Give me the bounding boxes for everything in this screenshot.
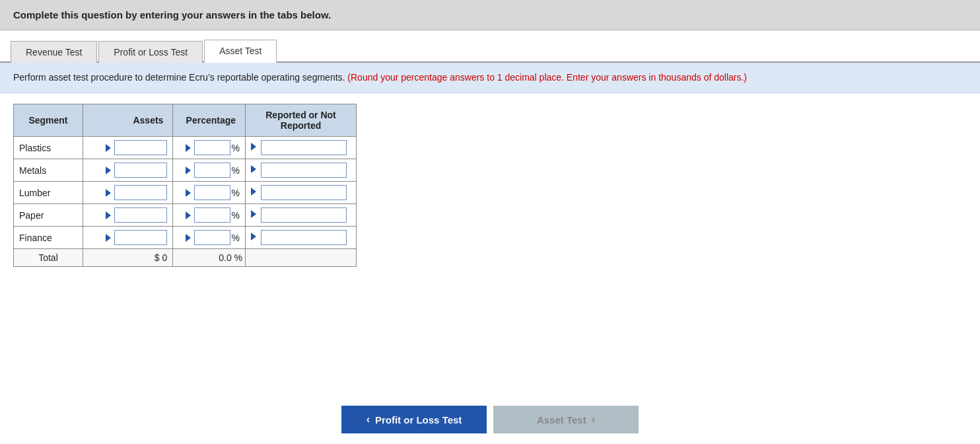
reported-input-finance[interactable] [261, 230, 347, 245]
pct-cell-lumber: % [173, 182, 246, 204]
total-reported-cell [246, 249, 357, 267]
col-header-reported: Reported or Not Reported [246, 104, 357, 137]
pct-input-paper[interactable] [194, 207, 230, 223]
asset-table: Segment Assets Percentage Reported or No… [13, 104, 357, 267]
reported-input-lumber[interactable] [261, 185, 347, 200]
triangle-icon [251, 143, 256, 151]
triangle-icon [251, 233, 256, 240]
table-row: Plastics % [14, 137, 357, 159]
pct-input-metals[interactable] [194, 163, 230, 178]
triangle-icon [106, 144, 111, 152]
triangle-icon [106, 166, 111, 174]
total-assets-cell: $ 0 [83, 249, 172, 267]
next-button: Asset Test › [493, 406, 639, 433]
col-header-pct: Percentage [173, 104, 246, 137]
instruction-bar: Complete this question by entering your … [0, 0, 980, 30]
triangle-icon [106, 211, 111, 219]
pct-cell-paper: % [173, 204, 246, 227]
next-label: Asset Test [537, 414, 586, 426]
col-header-segment: Segment [14, 104, 83, 137]
assets-cell-paper [83, 204, 172, 227]
segment-cell: Finance [14, 227, 83, 249]
assets-cell-metals [83, 159, 172, 182]
instruction-text: Complete this question by entering your … [13, 9, 331, 20]
assets-input-finance[interactable] [114, 230, 167, 245]
prev-arrow: ‹ [367, 414, 370, 426]
table-row: Lumber % [14, 182, 357, 204]
pct-symbol: % [232, 233, 240, 243]
page-wrapper: Complete this question by entering your … [0, 0, 980, 444]
tab-asset[interactable]: Asset Test [204, 40, 277, 63]
tab-profit-loss-label: Profit or Loss Test [114, 47, 188, 57]
pct-symbol: % [232, 210, 240, 221]
col-header-assets: Assets [83, 104, 172, 137]
info-red-text: (Round your percentage answers to 1 deci… [347, 72, 747, 83]
reported-input-plastics[interactable] [261, 140, 347, 155]
total-pct-unit: % [234, 252, 242, 263]
triangle-icon [186, 234, 191, 242]
info-banner: Perform asset test procedure to determin… [0, 63, 980, 93]
pct-symbol: % [232, 165, 240, 176]
reported-cell-paper [246, 204, 357, 227]
assets-input-plastics[interactable] [114, 140, 167, 155]
bottom-nav: ‹ Profit or Loss Test Asset Test › [0, 392, 980, 444]
assets-input-metals[interactable] [114, 163, 167, 178]
total-label: Total [14, 249, 83, 267]
tab-asset-label: Asset Test [219, 46, 262, 56]
prev-button[interactable]: ‹ Profit or Loss Test [341, 406, 487, 433]
assets-cell-finance [83, 227, 172, 249]
pct-input-finance[interactable] [194, 230, 230, 245]
triangle-icon [186, 166, 191, 174]
pct-cell-finance: % [173, 227, 246, 249]
tab-revenue-label: Revenue Test [26, 47, 82, 57]
reported-cell-finance [246, 227, 357, 249]
pct-input-plastics[interactable] [194, 140, 230, 155]
assets-input-lumber[interactable] [114, 185, 167, 200]
reported-cell-plastics [246, 137, 357, 159]
info-static-text: Perform asset test procedure to determin… [13, 72, 345, 83]
tab-revenue[interactable]: Revenue Test [11, 41, 97, 63]
total-pct-cell: 0.0 % [173, 249, 246, 267]
next-arrow: › [592, 414, 595, 426]
triangle-icon [186, 189, 191, 197]
segment-cell: Plastics [14, 137, 83, 159]
segment-cell: Paper [14, 204, 83, 227]
table-row: Paper % [14, 204, 357, 227]
pct-symbol: % [232, 188, 240, 198]
reported-cell-metals [246, 159, 357, 182]
triangle-icon [106, 189, 111, 197]
total-row: Total $ 0 0.0 % [14, 249, 357, 267]
reported-input-metals[interactable] [261, 163, 347, 178]
triangle-icon [251, 165, 256, 173]
reported-cell-lumber [246, 182, 357, 204]
pct-input-lumber[interactable] [194, 185, 230, 200]
pct-cell-metals: % [173, 159, 246, 182]
assets-cell-lumber [83, 182, 172, 204]
prev-label: Profit or Loss Test [375, 414, 462, 426]
reported-input-paper[interactable] [261, 207, 347, 223]
content-area: Perform asset test procedure to determin… [0, 63, 980, 392]
table-row: Metals % [14, 159, 357, 182]
triangle-icon [251, 188, 256, 196]
triangle-icon [106, 234, 111, 242]
segment-cell: Lumber [14, 182, 83, 204]
triangle-icon [186, 144, 191, 152]
pct-symbol: % [232, 143, 240, 153]
assets-cell-plastics [83, 137, 172, 159]
tabs-row: Revenue Test Profit or Loss Test Asset T… [0, 30, 980, 63]
pct-cell-plastics: % [173, 137, 246, 159]
triangle-icon [186, 211, 191, 219]
total-pct-value: 0.0 [219, 252, 231, 263]
triangle-icon [251, 210, 256, 218]
segment-cell: Metals [14, 159, 83, 182]
table-container: Segment Assets Percentage Reported or No… [0, 93, 980, 278]
total-dollar-sign: $ [155, 252, 160, 263]
total-assets-value: 0 [162, 252, 168, 263]
assets-input-paper[interactable] [114, 207, 167, 223]
table-row: Finance % [14, 227, 357, 249]
tab-profit-loss[interactable]: Profit or Loss Test [98, 41, 203, 63]
